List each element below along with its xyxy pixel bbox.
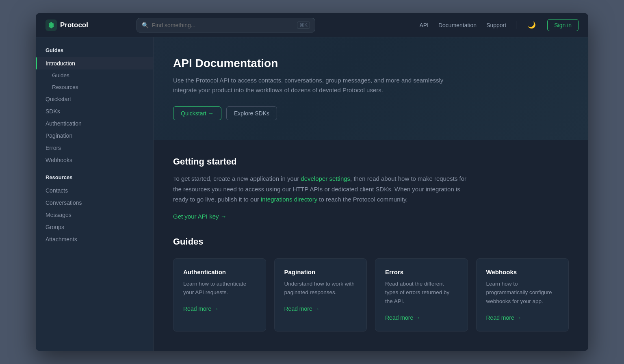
integrations-directory-link[interactable]: integrations directory [261,196,317,203]
card-errors-link[interactable]: Read more → [385,314,420,321]
sidebar-item-attachments[interactable]: Attachments [36,233,153,245]
protocol-logo-icon [46,20,57,31]
nav-divider [516,21,516,29]
sidebar-item-conversations[interactable]: Conversations [36,197,153,209]
search-input[interactable] [152,22,294,28]
card-webhooks: Webhooks Learn how to programmatically c… [476,258,569,332]
guides-section: Guides Authentication Learn how to authe… [154,236,588,351]
guides-title: Guides [173,236,569,247]
card-pagination-link[interactable]: Read more → [284,306,320,312]
sidebar: Guides Introduction Guides Resources Qui… [36,37,154,351]
card-authentication-title: Authentication [183,269,256,275]
card-authentication: Authentication Learn how to authenticate… [173,258,266,332]
resources-section-label: Resources [36,174,153,180]
card-webhooks-title: Webhooks [486,269,559,275]
card-authentication-link[interactable]: Read more → [183,306,219,312]
sidebar-item-quickstart[interactable]: Quickstart [36,93,153,105]
header: Protocol 🔍 ⌘K API Documentation Support … [36,13,588,37]
card-pagination-title: Pagination [284,269,357,275]
card-webhooks-link[interactable]: Read more → [486,314,522,321]
main-content: API Documentation Use the Protocol API t… [154,37,588,351]
guides-section-label: Guides [36,47,153,53]
card-pagination-desc: Understand how to work with paginated re… [284,280,357,297]
nav-support[interactable]: Support [486,22,506,28]
getting-started-title: Getting started [173,156,569,167]
body-layout: Guides Introduction Guides Resources Qui… [36,37,588,351]
sidebar-item-introduction[interactable]: Introduction [36,57,153,69]
card-pagination: Pagination Understand how to work with p… [274,258,367,332]
logo-area: Protocol [46,20,127,31]
sign-in-button[interactable]: Sign in [547,19,578,31]
logo-text: Protocol [60,21,88,29]
sidebar-item-resources-sub[interactable]: Resources [36,81,153,93]
card-errors-desc: Read about the different types of errors… [385,280,458,306]
getting-started-text: To get started, create a new application… [173,173,474,205]
sidebar-item-messages[interactable]: Messages [36,209,153,221]
cards-grid: Authentication Learn how to authenticate… [173,258,569,332]
hero-buttons: Quickstart → Explore SDKs [173,106,569,120]
getting-started-section: Getting started To get started, create a… [154,140,588,236]
card-errors: Errors Read about the different types of… [375,258,468,332]
search-shortcut: ⌘K [297,22,310,29]
nav-links: API Documentation Support 🌙 Sign in [419,19,578,31]
sidebar-item-sdks[interactable]: SDKs [36,105,153,117]
nav-documentation[interactable]: Documentation [438,22,477,28]
card-errors-title: Errors [385,269,458,275]
sidebar-item-webhooks[interactable]: Webhooks [36,154,153,166]
card-authentication-desc: Learn how to authenticate your API reque… [183,280,256,297]
hero-title: API Documentation [173,57,569,70]
sidebar-item-pagination[interactable]: Pagination [36,130,153,142]
api-key-link[interactable]: Get your API key → [173,213,227,220]
sidebar-item-guides-sub[interactable]: Guides [36,69,153,81]
card-webhooks-desc: Learn how to programmatically configure … [486,280,559,306]
hero-description: Use the Protocol API to access contacts,… [173,76,466,95]
search-icon: 🔍 [142,22,149,28]
sidebar-item-errors[interactable]: Errors [36,142,153,154]
hero-banner: API Documentation Use the Protocol API t… [154,37,588,140]
explore-sdks-button[interactable]: Explore SDKs [226,106,277,120]
nav-api[interactable]: API [419,22,429,28]
developer-settings-link[interactable]: developer settings [301,175,350,182]
sidebar-item-contacts[interactable]: Contacts [36,184,153,197]
theme-toggle-button[interactable]: 🌙 [526,20,537,31]
sidebar-item-authentication[interactable]: Authentication [36,117,153,130]
sidebar-item-groups[interactable]: Groups [36,221,153,233]
app-window: Protocol 🔍 ⌘K API Documentation Support … [36,13,588,351]
search-bar[interactable]: 🔍 ⌘K [136,18,315,32]
quickstart-button[interactable]: Quickstart → [173,106,221,120]
